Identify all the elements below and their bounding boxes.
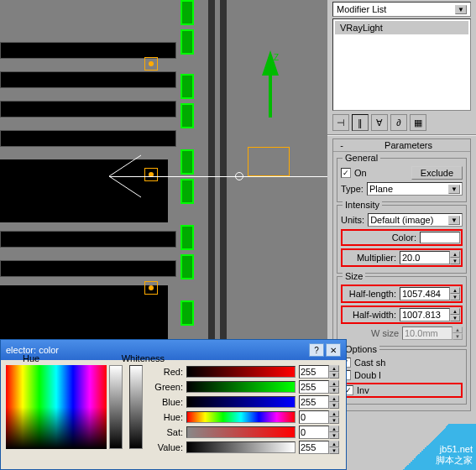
geometry-object[interactable] bbox=[180, 0, 194, 25]
sat-input[interactable] bbox=[299, 426, 329, 439]
hue-picker[interactable] bbox=[6, 365, 107, 449]
geometry-object[interactable] bbox=[180, 29, 194, 55]
spinner-up-icon[interactable]: ▲ bbox=[329, 365, 339, 372]
blue-slider[interactable] bbox=[186, 396, 296, 408]
viewport[interactable]: Z bbox=[0, 0, 327, 339]
help-button[interactable]: ? bbox=[309, 343, 324, 357]
red-slider[interactable] bbox=[186, 366, 296, 378]
hue-val-label: Hue: bbox=[149, 412, 183, 422]
hue-slider[interactable] bbox=[186, 411, 296, 423]
sat-label: Sat: bbox=[149, 427, 183, 437]
value-slider[interactable] bbox=[129, 365, 143, 449]
pivot-icon[interactable] bbox=[235, 172, 243, 180]
red-input[interactable] bbox=[299, 365, 329, 379]
geometry-object[interactable] bbox=[180, 254, 194, 279]
geometry-edge bbox=[0, 231, 176, 248]
remove-modifier-button[interactable]: ∂ bbox=[390, 114, 407, 131]
geometry-object[interactable] bbox=[180, 300, 194, 326]
spinner-up-icon[interactable]: ▲ bbox=[329, 380, 339, 387]
color-selector-dialog: elector: color ? ✕ Hue Whiteness Red:▲▼ … bbox=[0, 339, 347, 470]
geometry-object[interactable] bbox=[180, 225, 194, 250]
half-width-label: Half-width: bbox=[353, 310, 396, 320]
geometry-object[interactable] bbox=[180, 149, 194, 175]
spinner-up-icon[interactable]: ▲ bbox=[450, 308, 460, 315]
geometry-object[interactable] bbox=[180, 179, 194, 204]
spinner-up-icon[interactable]: ▲ bbox=[329, 410, 339, 417]
selected-light[interactable] bbox=[248, 147, 290, 176]
geometry-edge bbox=[0, 260, 176, 277]
spinner-down-icon[interactable]: ▼ bbox=[329, 447, 339, 454]
type-dropdown[interactable]: Plane ▼ bbox=[367, 182, 463, 196]
configure-sets-button[interactable]: ▦ bbox=[410, 114, 426, 131]
options-group: Options ✓Cast sh Doub l ✓Inv bbox=[337, 349, 467, 405]
spinner-down-icon[interactable]: ▼ bbox=[450, 258, 460, 264]
modifier-list-dropdown[interactable]: Modifier List ▼ bbox=[332, 2, 471, 17]
inv-label: Inv bbox=[357, 385, 369, 395]
light-object[interactable] bbox=[144, 168, 158, 181]
color-swatch[interactable] bbox=[420, 232, 460, 243]
light-object[interactable] bbox=[144, 57, 158, 70]
on-checkbox[interactable]: ✓ bbox=[341, 168, 351, 178]
geometry-strip bbox=[208, 0, 215, 339]
geometry-edge bbox=[0, 101, 176, 118]
light-object[interactable] bbox=[144, 281, 158, 295]
spinner-down-icon[interactable]: ▼ bbox=[329, 432, 339, 439]
rgb-panel: Red:▲▼ Green:▲▼ Blue:▲▼ Hue:▲▼ Sat:▲▼ Va… bbox=[149, 365, 339, 454]
spinner-up-icon[interactable]: ▲ bbox=[329, 426, 339, 432]
value-input[interactable] bbox=[299, 441, 329, 454]
geometry-object[interactable] bbox=[180, 74, 194, 99]
chevron-down-icon[interactable]: ▼ bbox=[455, 5, 467, 14]
collapse-icon[interactable]: - bbox=[337, 140, 347, 150]
multiplier-input[interactable] bbox=[400, 251, 450, 264]
units-dropdown[interactable]: Default (image) ▼ bbox=[368, 213, 463, 227]
green-label: Green: bbox=[149, 382, 183, 392]
spinner-down-icon[interactable]: ▼ bbox=[450, 294, 460, 300]
multiplier-spinner[interactable]: ▲▼ bbox=[400, 251, 460, 264]
color-label: Color: bbox=[392, 232, 416, 243]
chevron-down-icon[interactable]: ▼ bbox=[448, 216, 460, 225]
make-unique-button[interactable]: ∀ bbox=[371, 114, 388, 131]
half-length-spinner[interactable]: ▲▼ bbox=[400, 287, 460, 300]
w-size-label: W size bbox=[371, 328, 399, 338]
half-width-spinner[interactable]: ▲▼ bbox=[400, 308, 460, 321]
axis-label: Z bbox=[274, 53, 279, 62]
type-label: Type: bbox=[341, 184, 364, 194]
watermark-line1: jb51.net bbox=[436, 444, 473, 454]
spinner-down-icon[interactable]: ▼ bbox=[329, 372, 339, 379]
geometry-object[interactable] bbox=[180, 103, 194, 128]
half-length-label: Half-length: bbox=[349, 289, 396, 299]
dialog-titlebar[interactable]: elector: color ? ✕ bbox=[1, 340, 346, 360]
half-width-input[interactable] bbox=[400, 308, 450, 321]
spinner-down-icon[interactable]: ▼ bbox=[329, 387, 339, 394]
green-slider[interactable] bbox=[186, 381, 296, 393]
spinner-down-icon[interactable]: ▼ bbox=[450, 315, 460, 321]
exclude-button[interactable]: Exclude bbox=[411, 166, 463, 180]
pin-stack-button[interactable]: ⊣ bbox=[332, 114, 349, 131]
hue-input[interactable] bbox=[299, 410, 329, 424]
whiteness-slider[interactable] bbox=[109, 365, 123, 449]
close-button[interactable]: ✕ bbox=[326, 343, 341, 357]
blue-input[interactable] bbox=[299, 395, 329, 409]
spinner-down-icon[interactable]: ▼ bbox=[329, 417, 339, 424]
sat-slider[interactable] bbox=[186, 426, 296, 438]
geometry-edge bbox=[0, 42, 176, 59]
green-input[interactable] bbox=[299, 380, 329, 394]
val-slider[interactable] bbox=[186, 441, 296, 453]
modifier-stack[interactable]: VRayLight bbox=[332, 18, 471, 111]
spinner-up-icon[interactable]: ▲ bbox=[329, 441, 339, 447]
spinner-down-icon[interactable]: ▼ bbox=[329, 402, 339, 409]
w-size-spinner: ▲▼ bbox=[402, 326, 463, 340]
parameters-rollout: - Parameters General ✓ On Exclude Type: … bbox=[332, 138, 471, 411]
stack-item-vraylight[interactable]: VRayLight bbox=[335, 21, 468, 34]
chevron-down-icon[interactable]: ▼ bbox=[448, 185, 460, 194]
half-length-input[interactable] bbox=[400, 287, 450, 300]
hue-panel: Hue Whiteness bbox=[6, 365, 123, 454]
rollout-header[interactable]: - Parameters bbox=[333, 139, 470, 152]
value-label: Value: bbox=[149, 442, 183, 452]
stack-toolbar: ⊣ ‖ ∀ ∂ ▦ bbox=[332, 114, 471, 131]
geometry-block bbox=[0, 159, 168, 222]
spinner-up-icon[interactable]: ▲ bbox=[450, 287, 460, 294]
spinner-up-icon[interactable]: ▲ bbox=[329, 395, 339, 402]
spinner-up-icon[interactable]: ▲ bbox=[450, 251, 460, 258]
show-end-result-button[interactable]: ‖ bbox=[352, 114, 369, 131]
